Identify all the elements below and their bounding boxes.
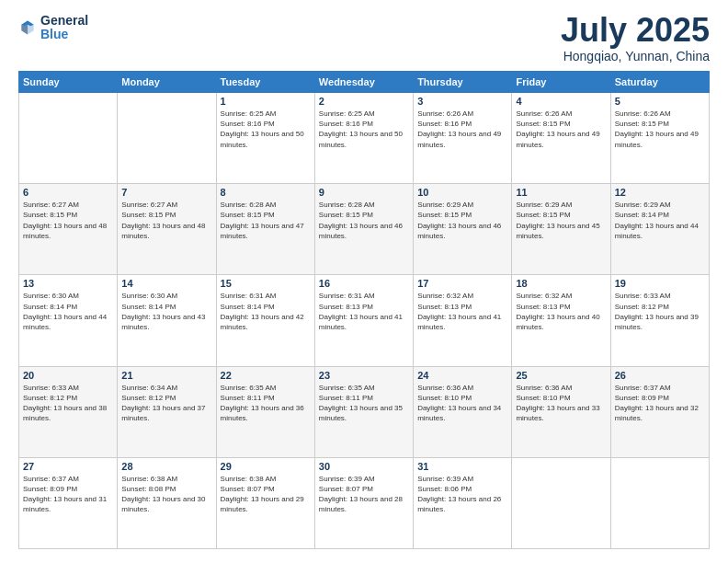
table-row: 29Sunrise: 6:38 AMSunset: 8:07 PMDayligh…	[216, 457, 314, 548]
day-info: Sunrise: 6:31 AMSunset: 8:14 PMDaylight:…	[221, 291, 311, 332]
day-number: 12	[615, 187, 705, 198]
table-row: 1Sunrise: 6:25 AMSunset: 8:16 PMDaylight…	[216, 93, 314, 184]
col-wednesday: Wednesday	[314, 72, 413, 93]
day-info: Sunrise: 6:31 AMSunset: 8:13 PMDaylight:…	[319, 291, 409, 332]
day-number: 14	[121, 278, 211, 289]
day-info: Sunrise: 6:37 AMSunset: 8:09 PMDaylight:…	[615, 383, 705, 424]
day-number: 5	[615, 96, 705, 107]
day-number: 22	[221, 370, 311, 381]
table-row: 24Sunrise: 6:36 AMSunset: 8:10 PMDayligh…	[414, 366, 512, 457]
day-number: 23	[319, 370, 409, 381]
day-info: Sunrise: 6:33 AMSunset: 8:12 PMDaylight:…	[23, 383, 113, 424]
title-section: July 2025 Hongqiao, Yunnan, China	[561, 14, 710, 63]
day-info: Sunrise: 6:39 AMSunset: 8:06 PMDaylight:…	[417, 474, 507, 515]
calendar-header-row: Sunday Monday Tuesday Wednesday Thursday…	[19, 72, 710, 93]
table-row: 26Sunrise: 6:37 AMSunset: 8:09 PMDayligh…	[610, 366, 709, 457]
day-info: Sunrise: 6:25 AMSunset: 8:16 PMDaylight:…	[319, 109, 409, 150]
calendar-week-row: 27Sunrise: 6:37 AMSunset: 8:09 PMDayligh…	[19, 457, 710, 548]
table-row: 9Sunrise: 6:28 AMSunset: 8:15 PMDaylight…	[314, 184, 413, 275]
table-row: 17Sunrise: 6:32 AMSunset: 8:13 PMDayligh…	[414, 275, 512, 366]
table-row: 11Sunrise: 6:29 AMSunset: 8:15 PMDayligh…	[512, 184, 610, 275]
table-row: 16Sunrise: 6:31 AMSunset: 8:13 PMDayligh…	[314, 275, 413, 366]
day-number: 20	[23, 370, 113, 381]
day-info: Sunrise: 6:39 AMSunset: 8:07 PMDaylight:…	[319, 474, 409, 515]
day-info: Sunrise: 6:29 AMSunset: 8:15 PMDaylight:…	[417, 200, 507, 241]
table-row: 2Sunrise: 6:25 AMSunset: 8:16 PMDaylight…	[314, 93, 413, 184]
day-info: Sunrise: 6:28 AMSunset: 8:15 PMDaylight:…	[221, 200, 311, 241]
day-number: 28	[121, 461, 211, 472]
logo-general: General	[40, 14, 88, 28]
table-row: 23Sunrise: 6:35 AMSunset: 8:11 PMDayligh…	[314, 366, 413, 457]
day-info: Sunrise: 6:32 AMSunset: 8:13 PMDaylight:…	[417, 291, 507, 332]
table-row: 31Sunrise: 6:39 AMSunset: 8:06 PMDayligh…	[414, 457, 512, 548]
table-row: 22Sunrise: 6:35 AMSunset: 8:11 PMDayligh…	[216, 366, 314, 457]
day-number: 19	[615, 278, 705, 289]
day-number: 29	[221, 461, 311, 472]
day-number: 15	[221, 278, 311, 289]
table-row	[118, 93, 216, 184]
table-row: 19Sunrise: 6:33 AMSunset: 8:12 PMDayligh…	[610, 275, 709, 366]
table-row: 13Sunrise: 6:30 AMSunset: 8:14 PMDayligh…	[19, 275, 118, 366]
table-row: 20Sunrise: 6:33 AMSunset: 8:12 PMDayligh…	[19, 366, 118, 457]
day-info: Sunrise: 6:38 AMSunset: 8:07 PMDaylight:…	[221, 474, 311, 515]
calendar-week-row: 6Sunrise: 6:27 AMSunset: 8:15 PMDaylight…	[19, 184, 710, 275]
col-saturday: Saturday	[610, 72, 709, 93]
day-info: Sunrise: 6:33 AMSunset: 8:12 PMDaylight:…	[615, 291, 705, 332]
col-tuesday: Tuesday	[216, 72, 314, 93]
day-info: Sunrise: 6:28 AMSunset: 8:15 PMDaylight:…	[319, 200, 409, 241]
calendar-week-row: 20Sunrise: 6:33 AMSunset: 8:12 PMDayligh…	[19, 366, 710, 457]
day-number: 25	[516, 370, 606, 381]
day-number: 26	[615, 370, 705, 381]
day-number: 16	[319, 278, 409, 289]
table-row: 25Sunrise: 6:36 AMSunset: 8:10 PMDayligh…	[512, 366, 610, 457]
day-info: Sunrise: 6:29 AMSunset: 8:15 PMDaylight:…	[516, 200, 606, 241]
day-info: Sunrise: 6:32 AMSunset: 8:13 PMDaylight:…	[516, 291, 606, 332]
month-title: July 2025	[561, 14, 710, 47]
logo-icon	[18, 18, 37, 37]
day-number: 18	[516, 278, 606, 289]
day-info: Sunrise: 6:26 AMSunset: 8:16 PMDaylight:…	[417, 109, 507, 150]
page: General Blue July 2025 Hongqiao, Yunnan,…	[0, 0, 728, 563]
day-number: 7	[121, 187, 211, 198]
day-number: 1	[221, 96, 311, 107]
day-number: 3	[417, 96, 507, 107]
logo: General Blue	[18, 14, 88, 42]
day-number: 11	[516, 187, 606, 198]
day-info: Sunrise: 6:36 AMSunset: 8:10 PMDaylight:…	[516, 383, 606, 424]
table-row: 28Sunrise: 6:38 AMSunset: 8:08 PMDayligh…	[118, 457, 216, 548]
day-number: 24	[417, 370, 507, 381]
day-info: Sunrise: 6:27 AMSunset: 8:15 PMDaylight:…	[23, 200, 113, 241]
day-number: 27	[23, 461, 113, 472]
day-info: Sunrise: 6:25 AMSunset: 8:16 PMDaylight:…	[221, 109, 311, 150]
day-number: 21	[121, 370, 211, 381]
day-number: 6	[23, 187, 113, 198]
day-info: Sunrise: 6:26 AMSunset: 8:15 PMDaylight:…	[516, 109, 606, 150]
table-row	[610, 457, 709, 548]
table-row: 30Sunrise: 6:39 AMSunset: 8:07 PMDayligh…	[314, 457, 413, 548]
table-row: 3Sunrise: 6:26 AMSunset: 8:16 PMDaylight…	[414, 93, 512, 184]
table-row: 8Sunrise: 6:28 AMSunset: 8:15 PMDaylight…	[216, 184, 314, 275]
day-info: Sunrise: 6:26 AMSunset: 8:15 PMDaylight:…	[615, 109, 705, 150]
day-info: Sunrise: 6:36 AMSunset: 8:10 PMDaylight:…	[417, 383, 507, 424]
col-monday: Monday	[118, 72, 216, 93]
day-info: Sunrise: 6:35 AMSunset: 8:11 PMDaylight:…	[221, 383, 311, 424]
day-number: 8	[221, 187, 311, 198]
table-row: 12Sunrise: 6:29 AMSunset: 8:14 PMDayligh…	[610, 184, 709, 275]
calendar-week-row: 13Sunrise: 6:30 AMSunset: 8:14 PMDayligh…	[19, 275, 710, 366]
calendar-table: Sunday Monday Tuesday Wednesday Thursday…	[18, 71, 710, 549]
col-friday: Friday	[512, 72, 610, 93]
table-row	[512, 457, 610, 548]
table-row: 15Sunrise: 6:31 AMSunset: 8:14 PMDayligh…	[216, 275, 314, 366]
day-number: 4	[516, 96, 606, 107]
day-number: 31	[417, 461, 507, 472]
day-info: Sunrise: 6:38 AMSunset: 8:08 PMDaylight:…	[121, 474, 211, 515]
table-row: 27Sunrise: 6:37 AMSunset: 8:09 PMDayligh…	[19, 457, 118, 548]
table-row: 21Sunrise: 6:34 AMSunset: 8:12 PMDayligh…	[118, 366, 216, 457]
table-row: 6Sunrise: 6:27 AMSunset: 8:15 PMDaylight…	[19, 184, 118, 275]
day-info: Sunrise: 6:35 AMSunset: 8:11 PMDaylight:…	[319, 383, 409, 424]
logo-text: General Blue	[40, 14, 88, 42]
calendar-week-row: 1Sunrise: 6:25 AMSunset: 8:16 PMDaylight…	[19, 93, 710, 184]
day-info: Sunrise: 6:34 AMSunset: 8:12 PMDaylight:…	[121, 383, 211, 424]
table-row: 18Sunrise: 6:32 AMSunset: 8:13 PMDayligh…	[512, 275, 610, 366]
day-number: 2	[319, 96, 409, 107]
